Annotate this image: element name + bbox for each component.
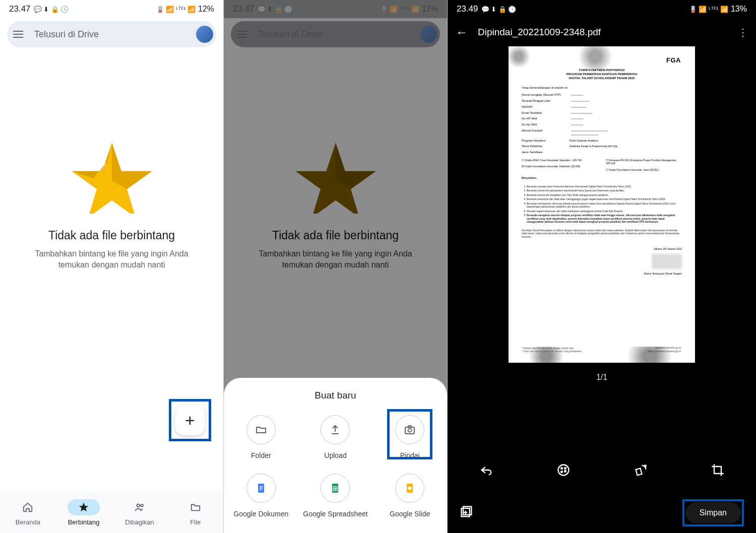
- doc-field: Program AkademiFresh Graduate Academy: [522, 139, 682, 143]
- plus-icon: +: [185, 411, 195, 430]
- scan-highlight-box: [387, 409, 432, 459]
- palette-button[interactable]: [556, 463, 571, 479]
- sheet-item-folder[interactable]: Folder: [224, 415, 298, 459]
- bottom-nav: Beranda Berbintang Dibagikan File: [0, 492, 223, 533]
- fab-new-button[interactable]: +: [175, 405, 205, 435]
- svg-point-23: [561, 471, 562, 473]
- hamburger-icon[interactable]: [13, 31, 26, 38]
- document-title: Dipindai_20221009-2348.pdf: [478, 27, 728, 38]
- folder-icon: [190, 502, 201, 513]
- status-icons-right: 🪫 📶 ᴸᵀᴱ¹ 📶: [156, 6, 196, 13]
- title-bar: ← Dipindai_20221009-2348.pdf ⋮: [448, 18, 756, 46]
- svg-rect-25: [636, 469, 642, 476]
- undo-button[interactable]: [479, 463, 493, 479]
- doc-field: Nama Lengkap (Sesuai KTP): ▬▬▬▬: [522, 93, 682, 97]
- nav-files[interactable]: File: [167, 492, 223, 533]
- status-icons-right: 🪫 📶 ᴸᵀᴱ¹ 📶: [689, 6, 728, 13]
- nav-label: Beranda: [16, 518, 40, 526]
- nav-label: Dibagikan: [125, 518, 154, 526]
- doc-field: Jenis Sertifikasi: [522, 151, 682, 155]
- nav-home[interactable]: Beranda: [0, 492, 56, 533]
- svg-rect-12: [260, 488, 263, 489]
- avatar[interactable]: [196, 26, 213, 43]
- nav-shared[interactable]: Dibagikan: [112, 492, 168, 533]
- search-placeholder: Telusuri di Drive: [34, 29, 196, 40]
- cert-options: ☐ Oracle APEX Cloud Developer Specialist…: [522, 159, 682, 172]
- sheet-item-label: Upload: [324, 451, 346, 459]
- google-docs-icon: [255, 482, 267, 494]
- create-new-sheet: Buat baru Folder Upload Pindai Goog: [224, 378, 447, 533]
- doc-closing: Demikian Surat Pernyataan ini dibuat den…: [522, 229, 682, 239]
- svg-point-22: [564, 468, 566, 469]
- crop-button[interactable]: [711, 463, 725, 479]
- doc-points: Bersedia menjadi calon Penerima Bantuan …: [522, 185, 682, 224]
- google-slides-icon: [404, 482, 416, 494]
- save-button-label: Simpan: [700, 508, 727, 517]
- doc-header: FORM KOMITMEN PARTISIPASI PROGRAM PEMBER…: [522, 69, 682, 80]
- status-bar: 23.49💬 ⬇ 🔒 🕓 🪫 📶 ᴸᵀᴱ¹ 📶13%: [448, 0, 756, 18]
- battery-text: 12%: [198, 5, 214, 14]
- search-bar[interactable]: Telusuri di Drive: [7, 21, 216, 47]
- status-icons-left: 💬 ⬇ 🔒 🕓: [481, 6, 517, 13]
- sheet-item-sheets[interactable]: Google Spreadsheet: [298, 474, 373, 518]
- empty-description: Tambahkan bintang ke file yang ingin And…: [26, 248, 198, 271]
- home-icon: [22, 502, 33, 513]
- page-indicator: 1/1: [596, 373, 607, 382]
- undo-icon: [479, 463, 493, 477]
- upload-icon: [329, 424, 341, 436]
- people-icon: [134, 502, 145, 513]
- doc-field: Tema PelatihanDatabase Design & Programm…: [522, 145, 682, 149]
- rotate-icon: [634, 463, 648, 477]
- folder-icon: [255, 424, 267, 436]
- signature-block: Jakarta, 08 Oktober 2022 (Nama Terang da…: [522, 247, 682, 275]
- svg-point-5: [141, 504, 143, 507]
- sheet-item-label: Google Dokumen: [233, 510, 288, 518]
- empty-state: Tidak ada file berbintang Tambahkan bint…: [0, 138, 223, 271]
- nav-label: File: [190, 518, 201, 526]
- nav-label: Berbintang: [68, 518, 100, 526]
- add-page-button[interactable]: [460, 505, 474, 521]
- doc-footer-left: * Materai Rp.000 dan tanda tangan basah …: [522, 347, 582, 353]
- sheet-title: Buat baru: [224, 390, 447, 401]
- doc-field: NIK/NIP: ▬▬▬▬▬: [522, 105, 682, 109]
- svg-point-4: [137, 504, 140, 507]
- battery-text: 13%: [731, 5, 747, 14]
- edit-toolbar: [448, 453, 756, 489]
- doc-field: No Hp Wali: ▬▬▬▬: [522, 123, 682, 127]
- clock-text: 23.49: [457, 4, 478, 14]
- palette-icon: [556, 463, 571, 477]
- svg-rect-19: [408, 487, 412, 490]
- more-options-button[interactable]: ⋮: [738, 26, 748, 38]
- nav-starred[interactable]: Berbintang: [56, 492, 112, 533]
- sheet-item-label: Folder: [251, 451, 271, 459]
- doc-field: Alamat Domisili: ▬▬▬▬▬▬▬▬▬▬▬▬ ▬▬▬▬▬▬▬▬▬: [522, 129, 682, 137]
- doc-field: Tempat/Tanggal Lahir: ▬▬▬▬▬▬: [522, 99, 682, 103]
- fga-logo: FGA: [666, 56, 681, 65]
- doc-footer-url: digitalent.kominfo.go.id https://digital…: [648, 346, 681, 353]
- menyatakan: Menyatakan:: [522, 176, 682, 180]
- sheet-item-scan[interactable]: Pindai: [372, 415, 447, 459]
- scanned-page[interactable]: FGA FORM KOMITMEN PARTISIPASI PROGRAM PE…: [509, 46, 695, 363]
- back-button[interactable]: ←: [456, 25, 468, 39]
- doc-field: No HP Aktif: ▬▬▬▬: [522, 117, 682, 121]
- svg-marker-1: [112, 143, 152, 189]
- svg-marker-3: [79, 502, 88, 511]
- sheet-item-docs[interactable]: Google Dokumen: [224, 474, 298, 518]
- svg-point-21: [561, 468, 562, 469]
- empty-title: Tidak ada file berbintang: [48, 229, 175, 242]
- save-button[interactable]: Simpan: [685, 502, 741, 523]
- sheet-item-label: Google Spreadsheet: [303, 510, 367, 518]
- doc-field: Email Terdaftar: ▬▬▬▬▬▬▬: [522, 111, 682, 115]
- star-icon: [78, 502, 89, 513]
- svg-rect-13: [260, 489, 262, 490]
- sheet-item-slides[interactable]: Google Slide: [372, 474, 447, 518]
- sheet-item-label: Google Slide: [390, 510, 430, 518]
- sheet-item-upload[interactable]: Upload: [298, 415, 373, 459]
- status-bar: 23.47 💬 ⬇ 🔒 🕓 🪫 📶 ᴸᵀᴱ¹ 📶 12%: [0, 0, 223, 18]
- doc-intro: Yang bertandatangan di bawah ini:: [522, 86, 682, 90]
- fab-highlight-box: +: [169, 399, 211, 441]
- bottom-action-bar: Simpan: [448, 493, 756, 533]
- svg-rect-11: [260, 486, 263, 487]
- status-icons-left: 💬 ⬇ 🔒 🕓: [34, 6, 69, 13]
- rotate-button[interactable]: [634, 463, 648, 479]
